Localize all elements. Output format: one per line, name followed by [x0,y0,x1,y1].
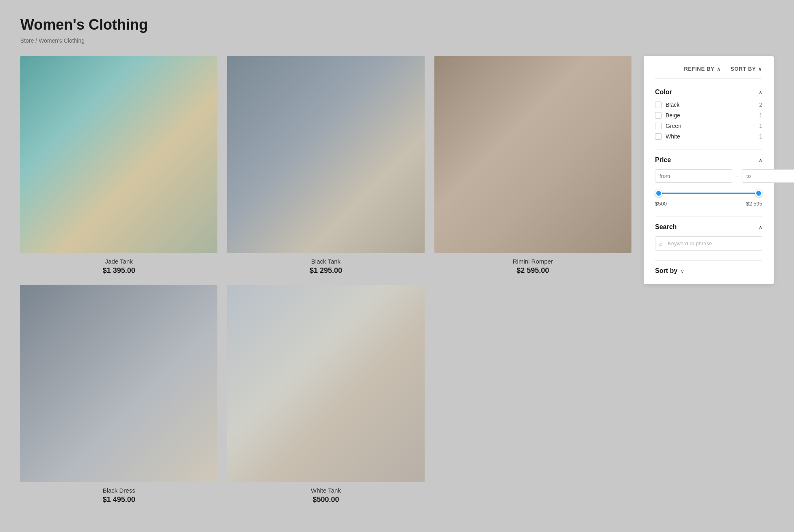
price-max-label: $2 595 [746,201,762,207]
price-dash: – [735,173,739,179]
product-price-black-tank: $1 295.00 [310,266,342,275]
sort-by-section[interactable]: Sort by [655,267,762,275]
color-options: Black 2 Beige 1 Green 1 White 1 [655,102,762,140]
slider-track [655,193,762,194]
color-section: Color Black 2 Beige 1 Green 1 [655,89,762,140]
filter-header: REFINE BY SORT BY [655,66,762,79]
color-option-label-black: Black [666,102,679,108]
color-option-green[interactable]: Green 1 [655,123,762,129]
color-option-count-beige: 1 [759,112,762,119]
sort-by-header-label: SORT BY [731,66,756,72]
breadcrumb-category: Women's Clothing [39,37,85,44]
product-price-jade-tank: $1 395.00 [103,266,135,275]
refine-by-label: REFINE BY [684,66,714,72]
refine-by-chevron-up-icon [717,66,721,72]
main-layout: Jade Tank $1 395.00 Black Tank $1 295.00… [20,56,774,504]
sort-by-label: Sort by [655,267,677,275]
product-price-rimini-romper: $2 595.00 [516,266,549,275]
product-name-jade-tank: Jade Tank [105,258,133,265]
product-card-black-dress[interactable]: Black Dress $1 495.00 [20,285,217,504]
price-label: Price [655,156,671,164]
refine-by-button[interactable]: REFINE BY [684,66,721,72]
color-option-white[interactable]: White 1 [655,133,762,140]
breadcrumb-store[interactable]: Store [20,37,34,44]
price-section-title[interactable]: Price [655,156,762,164]
slider-thumb-max[interactable] [755,190,762,197]
product-image-jade-tank [20,56,217,253]
color-option-count-black: 2 [759,102,762,108]
color-checkbox-black[interactable] [655,102,662,108]
color-option-label-white: White [666,133,680,140]
sort-by-header-chevron-down-icon [758,66,762,72]
search-section: Search ⌕ [655,223,762,251]
color-option-left-white: White [655,133,680,140]
search-section-title[interactable]: Search [655,223,762,231]
color-option-left-black: Black [655,102,679,108]
price-inputs: – [655,169,762,183]
color-option-label-green: Green [666,123,681,129]
page-title: Women's Clothing [20,16,774,33]
product-card-white-tank[interactable]: White Tank $500.00 [227,285,424,504]
color-label: Color [655,89,672,96]
color-price-divider [655,149,762,150]
slider-thumb-min[interactable] [655,190,662,197]
color-checkbox-white[interactable] [655,133,662,140]
product-silhouette-white-tank [227,285,424,482]
product-name-black-dress: Black Dress [103,487,135,494]
price-section: Price – $500 $2 595 [655,156,762,207]
product-silhouette-black-tank [227,56,424,253]
breadcrumb: Store / Women's Clothing [20,37,774,44]
sort-by-header-button[interactable]: SORT BY [731,66,762,72]
price-range-labels: $500 $2 595 [655,201,762,207]
product-price-black-dress: $1 495.00 [103,495,135,504]
product-grid: Jade Tank $1 395.00 Black Tank $1 295.00… [20,56,631,504]
color-section-title[interactable]: Color [655,89,762,96]
color-checkbox-green[interactable] [655,123,662,129]
search-input[interactable] [655,236,762,251]
product-card-black-tank[interactable]: Black Tank $1 295.00 [227,56,424,275]
price-min-label: $500 [655,201,667,207]
color-option-beige[interactable]: Beige 1 [655,112,762,119]
product-card-jade-tank[interactable]: Jade Tank $1 395.00 [20,56,217,275]
sort-by-chevron-down-icon [681,267,684,275]
product-name-white-tank: White Tank [311,487,341,494]
color-chevron-up-icon [759,89,762,96]
search-chevron-up-icon [759,223,762,231]
search-sort-divider [655,260,762,261]
color-checkbox-beige[interactable] [655,112,662,119]
price-search-divider [655,216,762,217]
product-image-black-tank [227,56,424,253]
color-option-label-beige: Beige [666,112,680,119]
product-price-white-tank: $500.00 [312,495,339,504]
search-label: Search [655,223,677,231]
product-card-rimini-romper[interactable]: Rimini Romper $2 595.00 [434,56,631,275]
color-option-count-white: 1 [759,133,762,140]
product-silhouette-black-dress [20,285,217,482]
filter-panel: REFINE BY SORT BY Color Black 2 [644,56,774,284]
product-image-white-tank [227,285,424,482]
product-silhouette-jade-tank [20,56,217,253]
product-name-rimini-romper: Rimini Romper [513,258,553,265]
color-option-black[interactable]: Black 2 [655,102,762,108]
price-from-input[interactable] [655,169,732,183]
product-image-black-dress [20,285,217,482]
color-option-count-green: 1 [759,123,762,129]
price-to-input[interactable] [742,169,794,183]
search-input-container: ⌕ [655,236,762,251]
product-image-rimini-romper [434,56,631,253]
price-chevron-up-icon [759,156,762,164]
breadcrumb-separator: / [35,37,39,44]
price-range-slider[interactable] [655,189,762,197]
color-option-left-green: Green [655,123,681,129]
product-name-black-tank: Black Tank [311,258,341,265]
product-silhouette-rimini-romper [434,56,631,253]
color-option-left-beige: Beige [655,112,680,119]
search-icon: ⌕ [659,240,662,247]
